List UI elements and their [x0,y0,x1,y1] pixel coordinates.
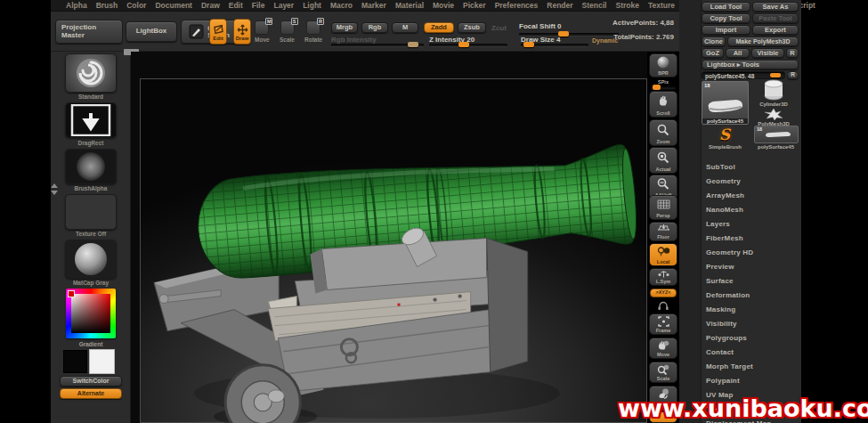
menu-picker[interactable]: Picker [463,1,486,10]
menu-layer[interactable]: Layer [273,1,294,10]
goz-button[interactable]: GoZ [702,48,724,58]
spix-handle[interactable] [653,85,661,90]
transpose-icon[interactable] [657,301,669,311]
actual-button[interactable]: Actual [649,147,677,174]
all-button[interactable]: All [726,48,750,58]
section-fibermesh[interactable]: FiberMesh [706,234,743,242]
lightbox-tools-header[interactable]: Lightbox ▸ Tools [702,60,799,69]
color-picker[interactable] [66,289,116,338]
menu-render[interactable]: Render [547,1,572,10]
floor-button[interactable]: Floor [649,222,677,241]
cannon-model[interactable] [141,79,648,423]
section-masking[interactable]: Masking [706,305,735,313]
document-viewport[interactable] [140,78,647,423]
move-3d-button[interactable]: Move [649,338,677,359]
z-intensity-handle[interactable] [458,42,469,47]
scroll-button[interactable]: Scroll [649,91,677,118]
section-polygroups[interactable]: Polygroups [706,334,747,342]
section-surface[interactable]: Surface [706,277,734,285]
simplebrush-icon[interactable]: S [706,126,743,143]
alpha-thumbnail[interactable] [65,149,117,184]
clone-button[interactable]: Clone [702,37,726,46]
visible-button[interactable]: Visible [751,48,784,58]
active-tool-slider[interactable]: polySurface45. 48 [702,71,785,79]
edit-mode-button[interactable]: Edit [209,19,227,45]
section-preview[interactable]: Preview [706,263,734,271]
active-tool-slider-handle[interactable] [770,73,781,77]
scale-mode-button[interactable]: S Scale [280,20,295,43]
save-as-button[interactable]: Save As [752,2,799,12]
lsym-button[interactable]: L.Sym [649,268,677,286]
switchcolor-button[interactable]: SwitchColor [60,376,122,386]
menu-stroke[interactable]: Stroke [615,1,638,10]
draw-mode-button[interactable]: Draw [233,19,251,45]
rotate-mode-button[interactable]: R Rotate [304,20,322,43]
export-button[interactable]: Export [752,25,799,35]
menu-file[interactable]: File [252,1,265,10]
menu-color[interactable]: Color [126,1,146,10]
menu-preferences[interactable]: Preferences [495,1,539,10]
menu-marker[interactable]: Marker [361,1,386,10]
section-polypaint[interactable]: Polypaint [706,377,740,385]
gradient-button[interactable]: Gradient [51,341,131,347]
recent-tool-thumbnail[interactable]: 18 [754,126,799,143]
secondary-color-swatch[interactable] [89,349,115,374]
section-visibility[interactable]: Visibility [706,320,737,328]
spix-slider[interactable]: SPix [649,79,677,85]
menu-brush[interactable]: Brush [96,1,118,10]
persp-button[interactable]: Persp [649,195,677,220]
lightbox-button[interactable]: LightBox [126,21,177,42]
rgb-intensity-handle[interactable] [408,42,418,47]
texture-thumbnail[interactable] [65,194,117,230]
stroke-dragrect-thumbnail[interactable] [65,102,117,138]
bpr-button[interactable]: BPR [649,53,677,77]
menu-texture[interactable]: Texture [648,1,675,10]
brush-standard-thumbnail[interactable] [65,53,117,93]
r-button[interactable]: R [786,48,799,58]
draw-size-handle[interactable] [523,42,534,47]
material-thumbnail[interactable] [65,240,117,279]
panel-gutter[interactable] [679,0,702,423]
scale-3d-button[interactable]: Scale [649,362,677,383]
polymesh3d-star-icon[interactable] [763,109,784,120]
section-subtool[interactable]: SubTool [706,163,735,171]
zcut-button[interactable]: Zcut [491,24,507,32]
tool-slider-r-button[interactable]: R [787,71,799,79]
section-arraymesh[interactable]: ArrayMesh [706,191,744,199]
section-deformation[interactable]: Deformation [706,291,750,299]
section-geometry-hd[interactable]: Geometry HD [706,248,753,256]
zsub-button[interactable]: Zsub [458,22,486,33]
load-tool-button[interactable]: Load Tool [702,2,750,12]
menu-movie[interactable]: Movie [433,1,454,10]
make-polymesh3d-button[interactable]: Make PolyMesh3D [727,37,799,46]
menu-stencil[interactable]: Stencil [582,1,607,10]
local-button[interactable]: Local [649,243,677,266]
section-geometry[interactable]: Geometry [706,177,741,185]
rgb-button[interactable]: Rgb [361,22,388,33]
alternate-button[interactable]: Alternate [60,388,122,399]
section-layers[interactable]: Layers [706,220,730,228]
zadd-button[interactable]: Zadd [424,22,454,33]
menu-document[interactable]: Document [155,1,192,10]
cylinder3d-icon[interactable] [761,79,786,101]
xyz-button[interactable]: >XYZ< [650,289,677,297]
menu-light[interactable]: Light [303,1,321,10]
menu-edit[interactable]: Edit [229,1,243,10]
projection-master-button[interactable]: Projection Master [55,20,123,44]
section-nanomesh[interactable]: NanoMesh [706,206,743,214]
copy-tool-button[interactable]: Copy Tool [702,13,750,23]
section-morph-target[interactable]: Morph Target [706,362,753,370]
mrgb-button[interactable]: Mrgb [331,22,358,33]
frame-button[interactable]: Frame [649,313,677,335]
saturation-value-square[interactable] [71,294,110,333]
import-button[interactable]: Import [702,25,750,35]
main-color-swatch[interactable] [63,350,87,373]
menu-draw[interactable]: Draw [201,1,220,10]
active-tool-thumbnail[interactable]: 18 polySurface45 [702,81,749,125]
section-contact[interactable]: Contact [706,348,734,356]
m-button[interactable]: M [392,22,418,33]
move-mode-button[interactable]: M Move [255,20,270,43]
zoom-button[interactable]: Zoom [649,119,677,146]
menu-material[interactable]: Material [395,1,424,10]
menu-macro[interactable]: Macro [330,1,353,10]
